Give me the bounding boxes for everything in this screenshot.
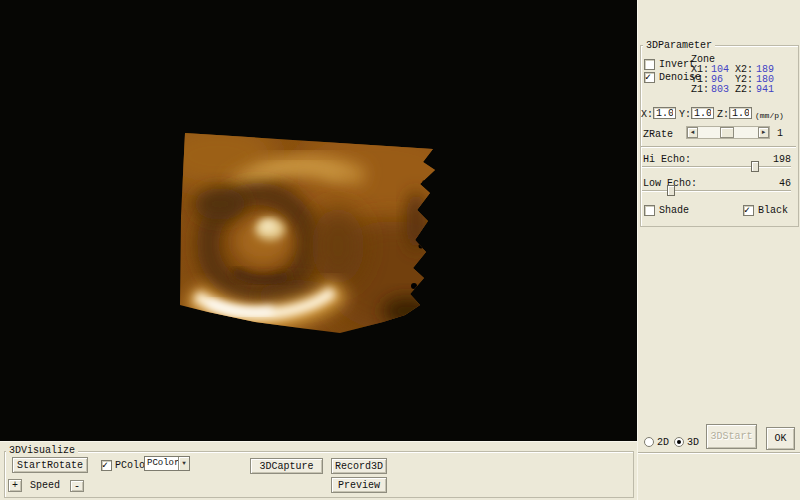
x-scale-input[interactable] [653,107,676,119]
black-checkbox[interactable]: ✓ [743,205,754,216]
app-window: 3DParameter ✓ Invert ✓ Denoise Zone X1: … [0,0,800,500]
mode-3d-label: 3D [687,437,699,448]
record3d-button[interactable]: Record3D [331,458,387,474]
low-echo-value: 46 [779,178,791,189]
separator [638,452,800,454]
shade-label: Shade [659,205,689,216]
hi-echo-slider-thumb[interactable] [751,161,759,172]
check-icon: ✓ [102,459,108,471]
ultrasound-3d-render[interactable] [178,126,440,336]
low-echo-slider-thumb[interactable] [667,185,675,196]
zrate-scrollbar-thumb[interactable] [720,127,734,138]
scrollbar-right-icon[interactable]: ► [758,127,769,138]
start-rotate-button[interactable]: StartRotate [12,457,88,473]
low-echo-slider-track[interactable] [642,190,791,192]
hi-echo-slider-track[interactable] [642,166,791,168]
zone-z2-label: Z2: [735,84,753,95]
3dvisualize-group-title: 3DVisualize [6,445,78,456]
zone-z1-label: Z1: [691,84,709,95]
chevron-down-icon[interactable]: ▼ [178,457,189,470]
ok-button[interactable]: OK [766,427,795,450]
y-scale-label: Y: [679,109,691,120]
y-scale-input[interactable] [691,107,714,119]
ultrasound-viewport[interactable] [0,0,637,441]
speed-label: Speed [30,480,60,491]
speed-plus-button[interactable]: + [8,479,22,492]
check-icon: ✓ [744,204,750,216]
zone-z2-value: 941 [756,84,774,95]
pcolor-dropdown-value: PColor [147,458,179,468]
hi-echo-label: Hi Echo: [643,154,691,165]
separator [641,146,796,148]
parameter-panel: 3DParameter ✓ Invert ✓ Denoise Zone X1: … [637,0,800,500]
black-label: Black [758,205,788,216]
invert-label: Invert [659,59,695,70]
3dcapture-button[interactable]: 3DCapture [250,458,323,474]
speed-minus-button[interactable]: - [70,480,84,492]
zrate-value: 1 [777,128,783,139]
visualize-toolbar: 3DVisualize StartRotate + Speed - ✓ PCol… [0,441,637,500]
zrate-label: ZRate [643,129,673,140]
x-scale-label: X: [641,109,653,120]
mode-2d-label: 2D [657,437,669,448]
z-scale-input[interactable] [729,107,752,119]
pcolor-dropdown[interactable]: PColor ▼ [144,456,190,471]
invert-checkbox[interactable]: ✓ [644,59,655,70]
3dparameter-group-title: 3DParameter [643,40,715,51]
hi-echo-value: 198 [773,154,791,165]
ultrasound-volume-image [178,126,440,336]
denoise-checkbox[interactable]: ✓ [644,72,655,83]
scale-unit-label: (mm/p) [755,110,784,121]
z-scale-label: Z: [717,109,729,120]
shade-checkbox[interactable]: ✓ [644,205,655,216]
mode-3d-radio[interactable] [674,437,684,447]
pcolor-checkbox[interactable]: ✓ [101,460,112,471]
3dstart-button[interactable]: 3DStart [706,424,757,449]
preview-button[interactable]: Preview [331,477,387,493]
zone-z1-value: 803 [711,84,729,95]
mode-2d-radio[interactable] [644,437,654,447]
scrollbar-left-icon[interactable]: ◄ [687,127,698,138]
zrate-scrollbar[interactable]: ◄ ► [686,126,770,139]
check-icon: ✓ [645,71,651,83]
